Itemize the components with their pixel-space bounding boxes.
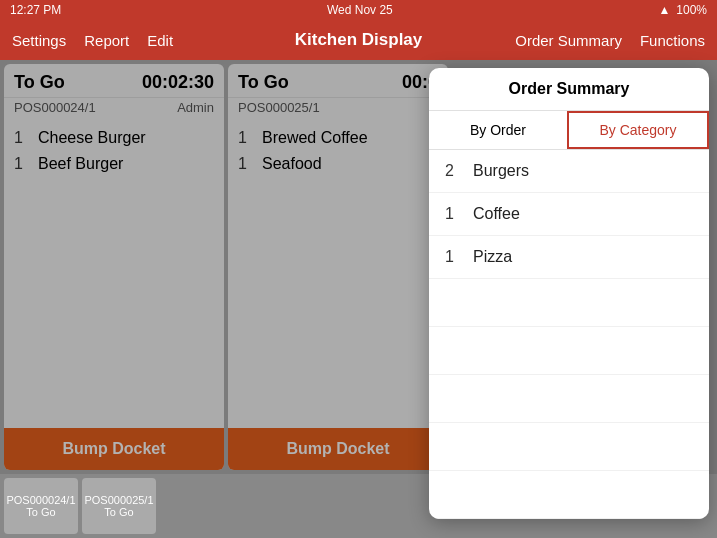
docket-item-1[interactable]: POS000024/1 To Go [4,478,78,534]
nav-left: Settings Report Edit [12,32,173,49]
summary-qty: 2 [445,162,461,180]
empty-row [429,423,709,471]
docket-pos-2: POS000025/1 [84,494,153,506]
summary-row: 1 Pizza [429,236,709,279]
tab-by-order[interactable]: By Order [429,111,567,149]
status-bar: 12:27 PM Wed Nov 25 ▲ 100% [0,0,717,20]
summary-name: Coffee [473,205,520,223]
status-date: Wed Nov 25 [327,3,393,17]
nav-order-summary[interactable]: Order Summary [515,32,622,49]
empty-row [429,471,709,519]
summary-row: 1 Coffee [429,193,709,236]
battery-status: 100% [676,3,707,17]
summary-name: Burgers [473,162,529,180]
app-title: Kitchen Display [295,30,423,50]
docket-item-2[interactable]: POS000025/1 To Go [82,478,156,534]
tab-by-category[interactable]: By Category [567,111,709,149]
nav-settings[interactable]: Settings [12,32,66,49]
panel-title: Order Summary [429,68,709,111]
top-nav: Settings Report Edit Kitchen Display Ord… [0,20,717,60]
summary-qty: 1 [445,248,461,266]
status-time: 12:27 PM [10,3,61,17]
empty-row [429,375,709,423]
docket-sub-1: To Go [26,506,55,518]
wifi-icon: ▲ [658,3,670,17]
summary-list: 2 Burgers 1 Coffee 1 Pizza [429,150,709,519]
docket-sub-2: To Go [104,506,133,518]
nav-edit[interactable]: Edit [147,32,173,49]
nav-report[interactable]: Report [84,32,129,49]
order-summary-panel: Order Summary By Order By Category 2 Bur… [429,68,709,519]
docket-pos-1: POS000024/1 [6,494,75,506]
summary-row: 2 Burgers [429,150,709,193]
summary-name: Pizza [473,248,512,266]
empty-row [429,279,709,327]
empty-row [429,327,709,375]
main-area: To Go 00:02:30 POS000024/1 Admin 1 Chees… [0,60,717,474]
nav-functions[interactable]: Functions [640,32,705,49]
nav-right: Order Summary Functions [515,32,705,49]
tab-row: By Order By Category [429,111,709,150]
summary-qty: 1 [445,205,461,223]
